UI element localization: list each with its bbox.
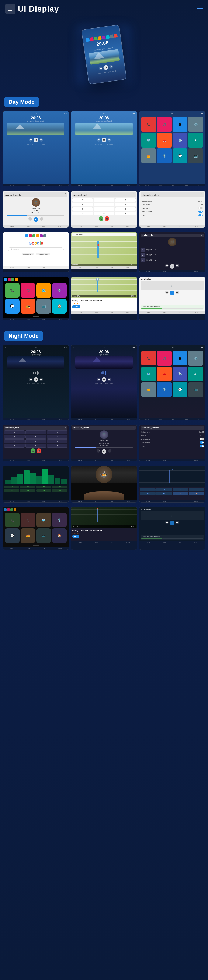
night-np-play[interactable]: ▶ [170,521,175,525]
app-icon-4[interactable]: ⚙️ [188,117,203,132]
local-next[interactable]: ▶▶ [176,264,179,267]
n1-prev[interactable]: ◀◀ [29,378,32,381]
night-app-8[interactable]: BT [188,366,203,382]
night-app-10[interactable]: 🎙️ [157,382,172,397]
night-app-7[interactable]: 📡 [173,366,188,382]
night-dial-3[interactable]: 3 [47,430,68,434]
night-eq-btn4[interactable]: BA [52,485,68,488]
go-button[interactable]: GO [72,305,80,309]
night-carplay-music[interactable]: 🎵 [20,512,35,527]
night-setting-power[interactable]: Power [140,444,204,448]
night-bt-next[interactable]: ▶▶ [108,449,112,453]
local-play[interactable]: ▶ [170,264,175,269]
night-dial-6[interactable]: 6 [47,435,68,439]
night-eq-btn2[interactable]: EQ [20,485,35,488]
night-eq-btn5[interactable]: PQ [4,489,19,492]
night-dial-hash[interactable]: # [47,444,68,448]
night-eq-btn6[interactable]: SH [20,489,35,492]
carplay-music[interactable]: 🎵 [20,283,35,298]
setting-auto-connect[interactable]: Auto connect [142,210,203,213]
bt-play[interactable]: ▶ [33,217,38,222]
n1-next[interactable]: ▶▶ [39,378,43,381]
bt-next[interactable]: ▶▶ [40,217,43,221]
day2-play[interactable]: ❚❚ [102,137,106,142]
carplay-phone[interactable]: 📞 [5,283,19,298]
night-nav-btn3[interactable]: ⊕ [173,488,188,491]
day2-next[interactable]: ▶▶ [108,138,111,142]
night-nav-btn2[interactable]: ↗ [156,488,172,491]
night-eq-btn8[interactable]: WB [52,489,68,492]
song-item-3[interactable]: ♪ 华乐_经典.mp3 [140,258,204,263]
night-carplay-home[interactable]: 🏠 [52,528,67,543]
night-np-next[interactable]: ▶▶ [176,521,179,524]
np-play[interactable]: ▶ [170,291,175,295]
night-app-1[interactable]: 📞 [141,351,156,366]
night-dial-5[interactable]: 5 [25,435,46,439]
dial-3[interactable]: 3 [115,198,136,202]
night-dial-2[interactable]: 2 [25,430,46,434]
play-btn[interactable]: ❚❚ [103,65,109,70]
toggle-auto-answer[interactable] [199,207,203,209]
dial-1[interactable]: 1 [72,198,93,202]
carplay-home[interactable]: 🏠 [52,299,67,313]
dial-0[interactable]: 0 [94,212,114,215]
night-eq-btn3[interactable]: AB [36,485,52,488]
night-call-answer[interactable]: 📞 [31,449,35,453]
night-nav-btn1[interactable]: ↑ [140,488,156,491]
night-bt-play[interactable]: ▶ [102,449,106,454]
day1-next[interactable]: ▶▶ [39,138,43,142]
map-address-bar[interactable]: S Main Ave E [72,233,136,236]
dial-hash[interactable]: # [115,212,136,215]
np-next[interactable]: ▶▶ [176,291,179,294]
night-dial-4[interactable]: 4 [4,435,25,439]
night-app-3[interactable]: 📱 [173,351,188,366]
toggle-power[interactable] [199,214,203,216]
dial-6[interactable]: 6 [115,203,136,207]
google-lucky-btn[interactable]: I'm Feeling Lucky [36,253,50,255]
dial-2[interactable]: 2 [94,198,114,202]
night-carplay-maps[interactable]: 🗺️ [36,512,51,527]
night-dial-star[interactable]: * [4,444,25,448]
n2-next[interactable]: ▶▶ [108,378,111,381]
night-eq-btn1[interactable]: FQ [4,485,19,488]
night-dial-8[interactable]: 8 [25,439,46,443]
day1-play[interactable]: ❚❚ [33,137,38,142]
app-icon-7[interactable]: 📡 [173,133,188,148]
dial-4[interactable]: 4 [72,203,93,207]
night-setting-auto-answer[interactable]: Auto answer [140,437,204,441]
setting-auto-answer[interactable]: Auto answer [142,206,203,210]
carplay-podcast[interactable]: 🎙️ [52,283,67,298]
night-bt-prev[interactable]: ◀◀ [96,449,100,453]
app-icon-10[interactable]: 🎙️ [157,148,172,163]
day-music1-controls[interactable]: ◀◀ ❚❚ ▶▶ [29,137,43,142]
carplay-radio[interactable]: 📻 [20,299,35,313]
local-prev[interactable]: ◀◀ [165,264,169,267]
night-carplay-video[interactable]: 📺 [36,528,51,543]
dial-7[interactable]: 7 [72,207,93,211]
night-toggle-power[interactable] [200,445,204,447]
night-eq-btn7[interactable]: MX [36,489,52,492]
night-app-4[interactable]: ⚙️ [188,351,203,366]
app-icon-3[interactable]: 📱 [173,117,188,132]
bt-prev[interactable]: ◀◀ [28,217,32,221]
night-carplay-messages[interactable]: 💬 [5,528,19,543]
n2-play[interactable]: ❚❚ [102,377,106,382]
night-app-6[interactable]: 🚗 [157,366,172,382]
night-nav-btn5[interactable]: ◀ [140,492,156,495]
np-prev[interactable]: ◀◀ [165,291,169,294]
night-toggle-auto-connect[interactable] [200,441,204,444]
n2-prev[interactable]: ◀◀ [97,378,100,381]
n1-play[interactable]: ❚❚ [33,377,38,382]
night-carplay-podcast[interactable]: 🎙️ [52,512,67,527]
app-icon-12[interactable]: 📺 [188,148,203,163]
call-end[interactable]: 📵 [105,216,109,221]
day2-prev[interactable]: ◀◀ [97,138,100,142]
app-icon-8[interactable]: BT [188,133,203,148]
app-icon-2[interactable]: 🎵 [157,117,172,132]
night-nav-btn4[interactable]: ⊖ [189,488,204,491]
setting-power[interactable]: Power [142,213,203,217]
night-dial-1[interactable]: 1 [4,430,25,434]
night-app-12[interactable]: 📺 [188,382,203,397]
carplay-video[interactable]: 📺 [36,299,51,313]
menu-icon[interactable] [197,6,203,12]
